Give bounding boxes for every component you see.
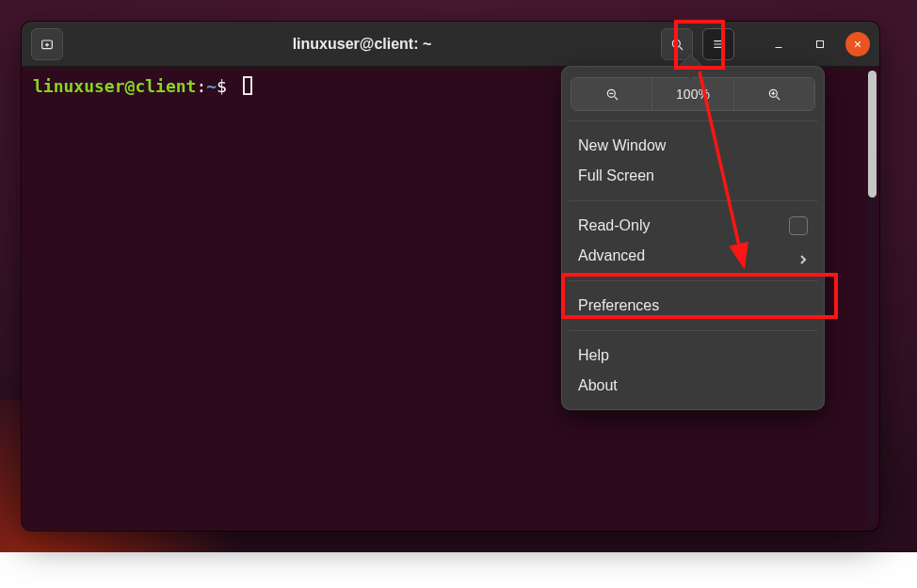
titlebar: linuxuser@client: ~ <box>22 22 879 67</box>
terminal-scrollbar[interactable] <box>868 71 877 525</box>
zoom-level-label: 100% <box>676 87 710 102</box>
svg-point-3 <box>672 40 680 47</box>
menu-separator <box>569 200 817 201</box>
close-icon <box>851 38 864 51</box>
menu-item-label: About <box>578 377 618 394</box>
hamburger-menu-button[interactable] <box>702 28 734 60</box>
menu-item-advanced[interactable]: Advanced <box>571 241 815 271</box>
prompt-host: client <box>135 76 196 96</box>
menu-item-read-only[interactable]: Read-Only <box>571 211 815 241</box>
new-tab-button[interactable] <box>31 28 63 60</box>
zoom-in-button[interactable] <box>734 78 814 110</box>
zoom-controls: 100% <box>571 77 815 111</box>
menu-item-new-window[interactable]: New Window <box>571 131 815 161</box>
zoom-out-icon <box>604 87 619 102</box>
new-tab-icon <box>40 37 55 52</box>
minimize-icon <box>772 38 785 51</box>
prompt-at: @ <box>125 76 136 96</box>
zoom-reset-button[interactable]: 100% <box>652 78 733 110</box>
zoom-in-icon <box>766 87 781 102</box>
shell-prompt: linuxuser@client:~$ <box>33 76 237 96</box>
close-button[interactable] <box>845 32 870 56</box>
svg-line-16 <box>777 97 780 100</box>
menu-item-label: Read-Only <box>578 217 650 234</box>
menu-item-label: New Window <box>578 137 666 154</box>
scrollbar-thumb[interactable] <box>868 71 877 198</box>
prompt-cwd: ~ <box>206 76 217 96</box>
menu-separator <box>569 280 817 281</box>
hamburger-icon <box>711 37 726 52</box>
zoom-out-button[interactable] <box>571 78 652 110</box>
window-title: linuxuser@client: ~ <box>293 36 432 52</box>
maximize-button[interactable] <box>804 28 836 60</box>
menu-item-full-screen[interactable]: Full Screen <box>571 161 815 191</box>
text-cursor <box>243 76 252 95</box>
search-icon <box>669 37 684 52</box>
minimize-button[interactable] <box>763 28 795 60</box>
menu-item-label: Advanced <box>578 247 645 264</box>
chevron-right-icon <box>798 251 808 261</box>
read-only-checkbox[interactable] <box>789 216 808 235</box>
prompt-user: linuxuser <box>33 76 125 96</box>
menu-separator <box>569 330 817 331</box>
menu-item-label: Full Screen <box>578 167 654 184</box>
maximize-icon <box>813 38 827 51</box>
svg-line-4 <box>680 46 683 49</box>
menu-item-label: Help <box>578 347 609 364</box>
menu-item-help[interactable]: Help <box>571 341 815 371</box>
menu-item-about[interactable]: About <box>571 371 815 401</box>
menu-separator <box>569 120 817 121</box>
menu-item-label: Preferences <box>578 297 659 314</box>
app-menu-popover: 100% New Window Full Screen Read-Only Ad… <box>561 66 825 410</box>
svg-rect-9 <box>817 40 824 47</box>
menu-item-preferences[interactable]: Preferences <box>571 291 815 321</box>
prompt-colon: : <box>196 76 206 96</box>
prompt-dollar: $ <box>217 76 227 96</box>
page-bottom-strip <box>0 552 917 588</box>
svg-line-13 <box>614 97 617 100</box>
